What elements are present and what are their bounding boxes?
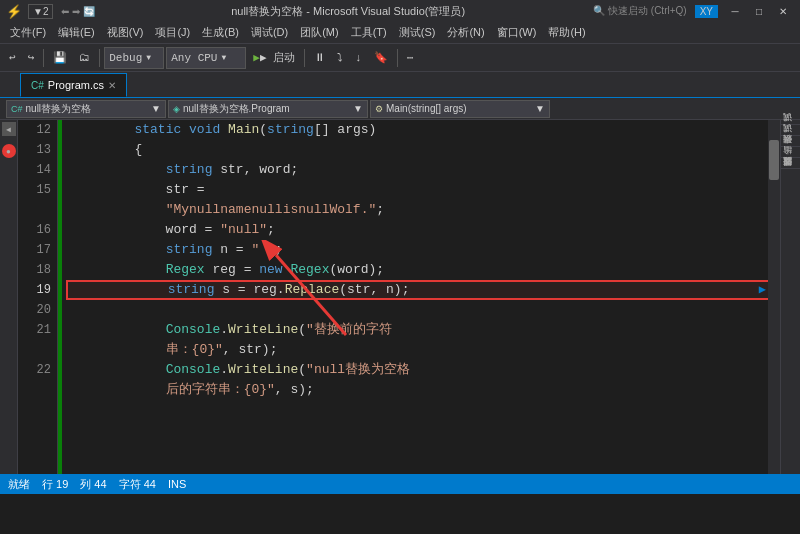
menu-window[interactable]: 窗口(W) xyxy=(491,22,543,43)
close-button[interactable]: ✕ xyxy=(772,2,794,20)
green-border xyxy=(58,120,62,474)
code-line-16: word = "null"; xyxy=(66,220,772,240)
maximize-button[interactable]: □ xyxy=(748,2,770,20)
scrollbar-thumb[interactable] xyxy=(769,140,779,180)
panel-output[interactable]: 输出 xyxy=(781,157,800,166)
line-num-21: 21 xyxy=(18,320,57,340)
method-dropdown[interactable]: ⚙ Main(string[] args) ▼ xyxy=(370,100,550,118)
menu-edit[interactable]: 编辑(E) xyxy=(52,22,101,43)
status-ins: INS xyxy=(168,478,186,490)
line-num-19: 19 xyxy=(18,280,57,300)
line-num-22: 22 xyxy=(18,360,57,380)
line-num-13: 13 xyxy=(18,140,57,160)
line-num-14: 14 xyxy=(18,160,57,180)
menu-team[interactable]: 团队(M) xyxy=(294,22,345,43)
cpu-config-label: Any CPU xyxy=(171,52,217,64)
debug-config-dropdown[interactable]: Debug ▼ xyxy=(104,47,164,69)
menu-tools[interactable]: 工具(T) xyxy=(345,22,393,43)
cpu-config-dropdown[interactable]: Any CPU ▼ xyxy=(166,47,246,69)
code-line-22: Console.WriteLine("null替换为空格 xyxy=(66,360,772,380)
line-num-16: 16 xyxy=(18,220,57,240)
tab-bar: C# Program.cs ✕ xyxy=(0,72,800,98)
more-tools-button[interactable]: ⋯ xyxy=(402,47,419,69)
line-num-20: 20 xyxy=(18,300,57,320)
gutter-icon-1[interactable]: ◀ xyxy=(2,122,16,136)
method-icon: ⚙ xyxy=(375,104,383,114)
tab-icon: C# xyxy=(31,80,44,91)
tab-program-cs[interactable]: C# Program.cs ✕ xyxy=(20,73,127,97)
save-button[interactable]: 💾 xyxy=(48,47,72,69)
class-arrow: ▼ xyxy=(353,103,363,114)
save-all-button[interactable]: 🗂 xyxy=(74,47,95,69)
line-num-22b xyxy=(18,380,57,400)
code-line-12: static void Main(string[] args) xyxy=(66,120,772,140)
menu-debug[interactable]: 调试(D) xyxy=(245,22,294,43)
class-label: null替换为空格.Program xyxy=(183,102,350,116)
menu-test[interactable]: 测试(S) xyxy=(393,22,442,43)
left-gutter: ◀ ● xyxy=(0,120,18,474)
class-dropdown[interactable]: ◈ null替换为空格.Program ▼ xyxy=(168,100,368,118)
minimize-button[interactable]: ─ xyxy=(724,2,746,20)
tab-close-button[interactable]: ✕ xyxy=(108,80,116,91)
code-line-17: string n = " "; xyxy=(66,240,772,260)
class-icon: ◈ xyxy=(173,104,180,114)
line-num-18: 18 xyxy=(18,260,57,280)
step-into-button[interactable]: ↓ xyxy=(350,47,367,69)
toolbar-main: ↩ ↪ 💾 🗂 Debug ▼ Any CPU ▼ ▶ ▶ 启动 ⏸ ⤵ ↓ 🔖… xyxy=(0,44,800,72)
window-controls: ─ □ ✕ xyxy=(724,2,794,20)
code-line-13: { xyxy=(66,140,772,160)
namespace-dropdown[interactable]: C# null替换为空格 ▼ xyxy=(6,100,166,118)
cpu-config-arrow: ▼ xyxy=(221,53,226,62)
menu-help[interactable]: 帮助(H) xyxy=(542,22,591,43)
line-num-15b xyxy=(18,200,57,220)
line-num-12: 12 xyxy=(18,120,57,140)
redo-button[interactable]: ↪ xyxy=(23,47,40,69)
line-num-17: 17 xyxy=(18,240,57,260)
code-editor[interactable]: 12 13 14 15 16 17 18 19 20 21 22 static … xyxy=(18,120,780,474)
nav-bar: C# null替换为空格 ▼ ◈ null替换为空格.Program ▼ ⚙ M… xyxy=(0,98,800,120)
app-icon: ⚡ xyxy=(6,4,22,19)
bookmark-button[interactable]: 🔖 xyxy=(369,47,393,69)
quick-search-box[interactable]: 🔍 快速启动 (Ctrl+Q) xyxy=(593,4,686,18)
step-over-button[interactable]: ⤵ xyxy=(332,47,348,69)
menu-file[interactable]: 文件(F) xyxy=(4,22,52,43)
start-label: ▶ 启动 xyxy=(260,50,295,65)
code-content[interactable]: static void Main(string[] args) { string… xyxy=(58,120,780,474)
code-line-15: str = xyxy=(66,180,772,200)
panel-error-list[interactable]: 错误列表 xyxy=(781,146,800,155)
title-bar-title: null替换为空格 - Microsoft Visual Studio(管理员) xyxy=(103,4,593,19)
menu-build[interactable]: 生成(B) xyxy=(196,22,245,43)
status-line: 行 19 xyxy=(42,477,68,492)
toolbar-icons-left: ⬅ ➡ 🔄 xyxy=(61,6,95,17)
gutter-icon-2[interactable]: ● xyxy=(2,144,16,158)
breakpoint-button[interactable]: ⏸ xyxy=(309,47,330,69)
code-line-19: string s = reg.Replace(str, n); xyxy=(66,280,772,300)
menu-view[interactable]: 视图(V) xyxy=(101,22,150,43)
code-line-14: string str, word; xyxy=(66,160,772,180)
method-arrow: ▼ xyxy=(535,103,545,114)
panel-debug-2[interactable]: 调试 xyxy=(781,135,800,144)
undo-button[interactable]: ↩ xyxy=(4,47,21,69)
toolbar-separator-1 xyxy=(43,49,44,67)
toolbar-separator-3 xyxy=(304,49,305,67)
method-label: Main(string[] args) xyxy=(386,103,532,114)
status-col: 列 44 xyxy=(80,477,106,492)
menu-analyze[interactable]: 分析(N) xyxy=(441,22,490,43)
status-ready: 就绪 xyxy=(8,477,30,492)
menu-project[interactable]: 项目(J) xyxy=(149,22,196,43)
toolbar-separator-2 xyxy=(99,49,100,67)
code-line-21b: 串：{0}", str); xyxy=(66,340,772,360)
user-badge: XY xyxy=(695,5,718,18)
menu-bar: 文件(F) 编辑(E) 视图(V) 项目(J) 生成(B) 调试(D) 团队(M… xyxy=(0,22,800,44)
start-button[interactable]: ▶ ▶ 启动 xyxy=(248,47,300,69)
right-indicator: ▶ xyxy=(759,280,766,300)
code-line-21: Console.WriteLine("替换前的字符 xyxy=(66,320,772,340)
panel-team-explorer[interactable]: 团队资源管理器 xyxy=(781,168,800,177)
vs-version-badge: ▼2 xyxy=(28,4,53,19)
code-line-18: Regex reg = new Regex(word); xyxy=(66,260,772,280)
panel-debug-1[interactable]: 调试 xyxy=(781,124,800,133)
line-num-21b xyxy=(18,340,57,360)
scrollbar-track[interactable] xyxy=(768,120,780,474)
code-line-15b: "MynullnamenullisnullWolf."; xyxy=(66,200,772,220)
namespace-icon: C# xyxy=(11,104,23,114)
